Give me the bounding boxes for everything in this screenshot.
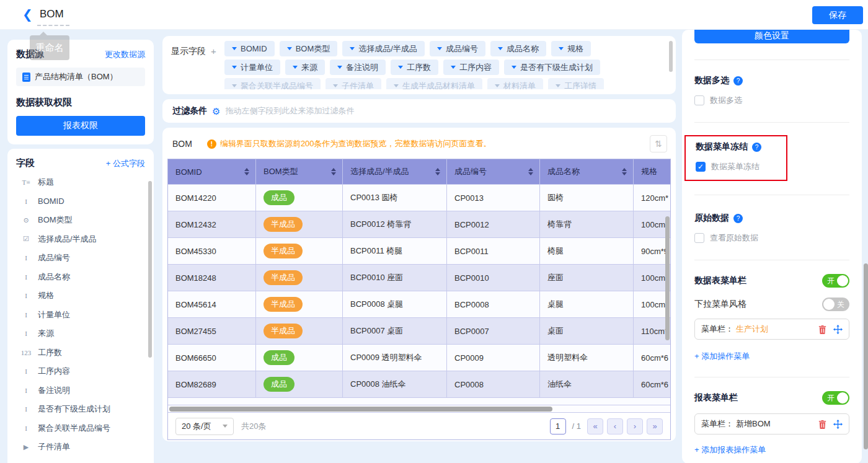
cell-bomid: BOM82689 xyxy=(168,371,256,397)
display-field-chip[interactable]: 来源 xyxy=(285,60,325,75)
field-label: 规格 xyxy=(38,290,54,301)
cell-name: 椅腿 xyxy=(540,238,634,264)
data-table: BOMIDBOM类型选择成品/半成品成品编号成品名称规格 BOM14220成品C… xyxy=(167,159,671,440)
gear-icon[interactable]: ⚙ xyxy=(212,107,220,116)
total-count: 共20条 xyxy=(241,421,266,432)
field-item[interactable]: I备注说明 xyxy=(16,381,145,400)
color-settings-button[interactable]: 颜色设置 xyxy=(694,30,849,43)
datasource-name: 产品结构清单（BOM） xyxy=(35,71,118,82)
add-action-menu-link[interactable]: + 添加操作菜单 xyxy=(694,351,750,362)
column-header[interactable]: 选择成品/半成品 xyxy=(343,159,447,184)
help-icon[interactable]: ? xyxy=(733,214,743,223)
display-field-chip[interactable]: BOM类型 xyxy=(280,41,338,56)
display-field-chip[interactable]: 工序内容 xyxy=(443,60,499,75)
table-card: BOM ! 编辑界面只取数据源前200条作为查询数据预览，完整数据请访问页面查看… xyxy=(162,128,676,441)
display-field-chip[interactable]: 工序数 xyxy=(391,60,438,75)
display-field-chip[interactable]: BOMID xyxy=(224,41,275,56)
display-field-chip[interactable]: 计量单位 xyxy=(224,60,280,75)
vertical-scrollbar[interactable] xyxy=(665,216,670,340)
text-icon: I xyxy=(20,198,32,205)
display-field-chip[interactable]: 是否有下级生成计划 xyxy=(504,60,600,75)
table-menu-toggle[interactable]: 开 xyxy=(822,274,849,288)
prev-page-button[interactable]: ‹ xyxy=(607,418,623,434)
back-button[interactable]: ❮ xyxy=(22,8,36,22)
cell-bomid: BOM27455 xyxy=(168,318,256,344)
field-item[interactable]: I聚合关联半成品编号 xyxy=(16,419,145,438)
field-item[interactable]: I成品名称 xyxy=(16,268,145,287)
add-formula-field-link[interactable]: + 公式字段 xyxy=(106,158,145,169)
horizontal-scrollbar[interactable] xyxy=(168,405,670,412)
cell-name: 椅靠背 xyxy=(540,211,634,237)
column-header[interactable]: 成品名称 xyxy=(540,159,634,184)
field-item[interactable]: ☑选择成品/半成品 xyxy=(16,230,145,249)
last-page-button[interactable]: » xyxy=(647,418,663,434)
field-item[interactable]: T≡标题 xyxy=(16,173,145,192)
chips-scrollbar[interactable] xyxy=(669,41,673,72)
multi-select-title: 数据多选 xyxy=(694,75,729,86)
fields-scrollbar[interactable] xyxy=(148,181,152,358)
cell-name: 桌腿 xyxy=(540,291,634,317)
cell-code: CP0008 xyxy=(447,371,540,397)
multi-select-label: 数据多选 xyxy=(710,95,742,106)
chip-label: 来源 xyxy=(301,62,317,73)
field-item[interactable]: I是否有下级生成计划 xyxy=(16,400,145,419)
chevron-down-icon xyxy=(232,47,237,50)
field-label: 备注说明 xyxy=(38,385,70,396)
next-page-button[interactable]: › xyxy=(627,418,643,434)
page-input[interactable]: 1 xyxy=(550,418,566,434)
chevron-down-icon xyxy=(512,66,516,69)
chevron-down-icon xyxy=(232,84,237,87)
column-header[interactable]: 规格 xyxy=(634,159,671,184)
menu-item-row[interactable]: 菜单栏： 生产计划 xyxy=(694,319,849,340)
display-field-chip: 子件清单 xyxy=(326,78,381,89)
field-item[interactable]: 123工序数 xyxy=(16,343,145,363)
chevron-down-icon xyxy=(394,84,399,87)
page-scrollbar[interactable] xyxy=(864,263,868,449)
display-field-chip[interactable]: 成品名称 xyxy=(490,41,546,56)
add-display-field-button[interactable]: + xyxy=(211,46,216,56)
sort-icon xyxy=(622,168,627,175)
field-item[interactable]: I计量单位 xyxy=(16,306,145,325)
column-header[interactable]: BOMID xyxy=(168,159,256,184)
field-item[interactable]: ⊙BOM类型 xyxy=(16,211,145,230)
report-permission-button[interactable]: 报表权限 xyxy=(16,116,145,136)
display-field-chip[interactable]: 选择成品/半成品 xyxy=(342,41,425,56)
dropdown-style-toggle[interactable]: 关 xyxy=(822,298,849,311)
table-row: BOM14220成品CP0013 圆椅CP0013圆椅120cm* xyxy=(168,184,670,211)
datasource-item[interactable]: 产品结构清单（BOM） xyxy=(16,68,145,86)
column-header[interactable]: 成品编号 xyxy=(447,159,540,184)
trash-icon[interactable] xyxy=(818,420,827,429)
field-item[interactable]: IBOMID xyxy=(16,192,145,211)
cell-name: 圆椅 xyxy=(540,185,634,211)
save-button[interactable]: 保存 xyxy=(812,6,863,24)
change-datasource-link[interactable]: 更改数据源 xyxy=(105,49,145,60)
display-field-chip[interactable]: 备注说明 xyxy=(330,60,386,75)
multi-select-checkbox[interactable]: ✓ xyxy=(694,95,704,105)
add-report-menu-link[interactable]: + 添加报表操作菜单 xyxy=(694,444,766,456)
raw-data-title: 原始数据 xyxy=(694,213,729,224)
field-label: BOM类型 xyxy=(38,214,73,226)
sort-order-button[interactable]: ⇅ xyxy=(650,135,667,152)
column-header[interactable]: BOM类型 xyxy=(256,159,343,184)
move-icon[interactable] xyxy=(833,420,843,429)
display-field-chip[interactable]: 规格 xyxy=(551,41,591,56)
display-field-chip[interactable]: 成品编号 xyxy=(430,41,485,56)
report-menu-toggle[interactable]: 开 xyxy=(822,391,849,405)
chevron-down-icon xyxy=(350,47,355,50)
field-item[interactable]: I工序内容 xyxy=(16,362,145,381)
move-icon[interactable] xyxy=(833,325,843,334)
page-title[interactable]: BOM xyxy=(40,8,64,20)
first-page-button[interactable]: « xyxy=(587,418,603,434)
raw-data-checkbox[interactable]: ✓ xyxy=(694,233,704,243)
menu-item-row[interactable]: 菜单栏： 新增BOM xyxy=(694,413,849,434)
menu-freeze-checkbox[interactable]: ✓ xyxy=(696,162,706,172)
page-size-select[interactable]: 20 条/页 xyxy=(175,418,234,435)
field-item[interactable]: I规格 xyxy=(16,286,145,306)
cell-select: BCP0011 椅腿 xyxy=(343,238,447,264)
field-item[interactable]: I成品编号 xyxy=(16,249,145,268)
trash-icon[interactable] xyxy=(818,325,827,334)
help-icon[interactable]: ? xyxy=(752,143,761,152)
field-item[interactable]: ▶子件清单 xyxy=(16,438,145,457)
help-icon[interactable]: ? xyxy=(733,76,743,86)
field-item[interactable]: I来源 xyxy=(16,324,145,343)
